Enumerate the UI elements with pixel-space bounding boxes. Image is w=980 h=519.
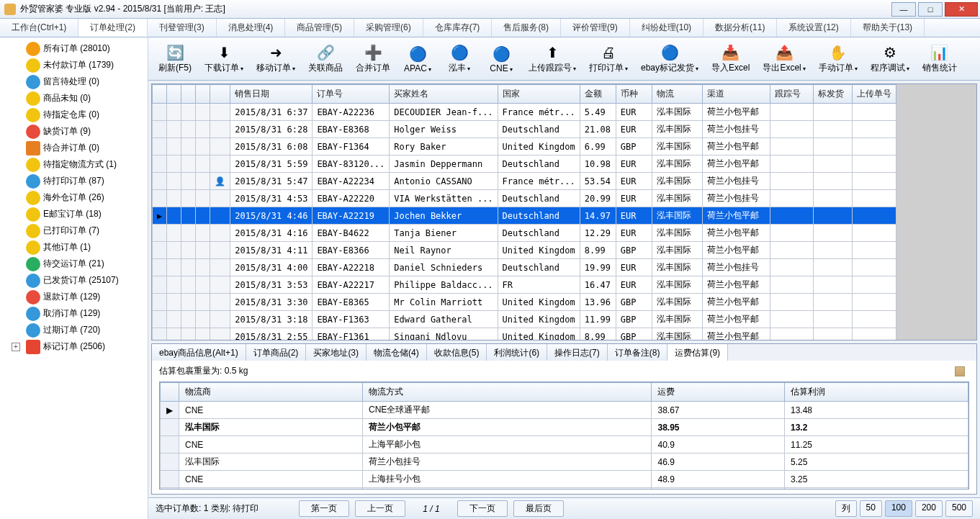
detail-tab[interactable]: 利润统计(6) xyxy=(487,344,547,361)
last-page-button[interactable]: 最后页 xyxy=(513,500,564,517)
grid-column-header[interactable]: 跟踪号 xyxy=(770,85,813,104)
toolbar-button[interactable]: ⚙程序调试▾ xyxy=(865,40,915,77)
ship-row[interactable]: 泓丰国际荷兰小包挂号46.95.25 xyxy=(161,453,968,471)
main-tab[interactable]: 售后服务(8) xyxy=(492,19,561,37)
toolbar-button[interactable]: 📊销售统计 xyxy=(917,40,963,77)
sidebar-item[interactable]: 已发货订单 (25107) xyxy=(0,272,148,289)
detail-tab[interactable]: 订单备注(8) xyxy=(608,344,668,361)
pagesize-500[interactable]: 500 xyxy=(945,500,973,517)
table-row[interactable]: 2015/8/31 6:37EBAY-A22236DECOUDIER Jean-… xyxy=(153,104,896,121)
table-row[interactable]: 2015/8/31 4:11EBAY-E8366Neil RaynorUnite… xyxy=(153,242,896,259)
sidebar-item[interactable]: 未付款订单 (1739) xyxy=(0,57,148,73)
ship-row[interactable]: ▶CNECNE全球通平邮38.6713.48 xyxy=(161,402,968,419)
main-tab[interactable]: 商品管理(5) xyxy=(285,19,354,37)
grid-column-header[interactable]: 国家 xyxy=(498,85,580,104)
toolbar-button[interactable]: 🔵泓丰▾ xyxy=(439,40,480,77)
detail-tab[interactable]: ebay商品信息(Alt+1) xyxy=(152,344,246,361)
main-tab[interactable]: 订单处理(2) xyxy=(78,19,148,37)
table-row[interactable]: 2015/8/31 4:53EBAY-A22220VIA Werkstätten… xyxy=(153,190,896,207)
grid-column-header[interactable]: 渠道 xyxy=(702,85,770,104)
table-row[interactable]: 2015/8/31 6:28EBAY-E8368Holger WeissDeut… xyxy=(153,121,896,138)
table-row[interactable]: 2015/8/31 2:55EBAY-F1361Singani NdlovuUn… xyxy=(153,328,896,340)
sidebar-item[interactable]: 海外仓订单 (26) xyxy=(0,189,148,206)
pagesize-50[interactable]: 50 xyxy=(860,500,882,517)
sidebar-item[interactable]: 待打印订单 (87) xyxy=(0,173,148,189)
sidebar-item[interactable]: 退款订单 (129) xyxy=(0,289,148,305)
toolbar-button[interactable]: ⬇下载订单▾ xyxy=(199,40,249,77)
pagesize-100[interactable]: 100 xyxy=(885,500,912,517)
main-tab[interactable]: 消息处理(4) xyxy=(217,19,286,37)
main-tab[interactable]: 评价管理(9) xyxy=(561,19,630,37)
sidebar-item[interactable]: 已打印订单 (7) xyxy=(0,222,148,239)
sidebar-item[interactable]: 缺货订单 (9) xyxy=(0,123,148,140)
grid-column-header[interactable]: 金额 xyxy=(580,85,616,104)
ship-row[interactable]: CNE上海挂号小包48.93.25 xyxy=(161,471,968,488)
maximize-button[interactable]: □ xyxy=(918,2,943,17)
sidebar-item[interactable]: E邮宝订单 (18) xyxy=(0,206,148,222)
table-row[interactable]: 👤2015/8/31 5:47EBAY-A22234Antonio CASSAN… xyxy=(153,173,896,190)
ship-row[interactable]: 泓丰国际荷兰小包平邮38.9513.2 xyxy=(161,419,968,436)
table-row[interactable]: 2015/8/31 3:53EBAY-A22217Philippe Baldac… xyxy=(153,276,896,294)
grid-column-header[interactable]: 标发货 xyxy=(813,85,852,104)
ship-column-header[interactable]: 估算利润 xyxy=(784,383,968,402)
table-row[interactable]: 2015/8/31 3:30EBAY-E8365Mr Colin Marriot… xyxy=(153,294,896,311)
sidebar-item[interactable]: +标记订单 (2506) xyxy=(0,338,148,355)
main-tab[interactable]: 刊登管理(3) xyxy=(148,19,217,37)
toolbar-button[interactable]: 📤导出Excel▾ xyxy=(757,40,811,77)
grid-column-header[interactable]: 销售日期 xyxy=(230,85,313,104)
sidebar-item[interactable]: 待指定仓库 (0) xyxy=(0,107,148,123)
detail-tab[interactable]: 运费估算(9) xyxy=(667,344,728,361)
main-tab[interactable]: 纠纷处理(10) xyxy=(630,19,703,37)
sidebar-item[interactable]: 待指定物流方式 (1) xyxy=(0,156,148,173)
grid-column-header[interactable]: 买家姓名 xyxy=(390,85,498,104)
main-tab[interactable]: 工作台(Ctrl+1) xyxy=(0,19,78,37)
detail-tab[interactable]: 操作日志(7) xyxy=(547,344,608,361)
first-page-button[interactable]: 第一页 xyxy=(299,500,349,517)
main-tab[interactable]: 仓库库存(7) xyxy=(423,19,493,37)
toolbar-button[interactable]: ✋手动订单▾ xyxy=(813,40,863,77)
grid-column-header[interactable]: 上传单号 xyxy=(852,85,896,104)
grid-column-header[interactable]: 订单号 xyxy=(313,85,390,104)
minimize-button[interactable]: — xyxy=(891,2,916,17)
sidebar-item[interactable]: 取消订单 (129) xyxy=(0,305,148,322)
pagesize-200[interactable]: 200 xyxy=(915,500,943,517)
ship-column-header[interactable]: 运费 xyxy=(652,383,785,402)
sidebar-item[interactable]: 所有订单 (28010) xyxy=(0,40,148,57)
toolbar-button[interactable]: ➕合并订单 xyxy=(350,40,396,77)
ship-column-header[interactable]: 物流方式 xyxy=(362,383,651,402)
ship-column-header[interactable]: 物流商 xyxy=(179,383,363,402)
table-row[interactable]: ▶2015/8/31 4:46EBAY-A22219Jochen BekkerD… xyxy=(153,207,896,225)
toolbar-button[interactable]: 🔗关联商品 xyxy=(302,40,349,77)
ship-row[interactable]: CNE上海平邮小包40.911.25 xyxy=(161,436,968,453)
sidebar-item[interactable]: 商品未知 (0) xyxy=(0,90,148,107)
book-icon[interactable] xyxy=(955,366,965,376)
table-row[interactable]: 2015/8/31 4:00EBAY-A22218Daniel Schniede… xyxy=(153,259,896,276)
toolbar-button[interactable]: ⬆上传跟踪号▾ xyxy=(523,40,582,77)
toolbar-button[interactable]: 🔵CNE▾ xyxy=(481,42,521,76)
toolbar-button[interactable]: 🔵ebay标记发货▾ xyxy=(635,40,704,77)
sidebar-item[interactable]: 待合并订单 (0) xyxy=(0,140,148,156)
table-row[interactable]: 2015/8/31 4:16EBAY-B4622Tanja BienerDeut… xyxy=(153,225,896,242)
detail-tab[interactable]: 收款信息(5) xyxy=(427,344,487,361)
table-row[interactable]: 2015/8/31 3:18EBAY-F1363Edward GatheralU… xyxy=(153,311,896,328)
list-button[interactable]: 列 xyxy=(835,500,857,517)
toolbar-button[interactable]: 🖨打印订单▾ xyxy=(583,40,634,77)
sidebar-item[interactable]: 留言待处理 (0) xyxy=(0,73,148,90)
grid-column-header[interactable]: 物流 xyxy=(652,85,702,104)
table-row[interactable]: 2015/8/31 6:08EBAY-F1364Rory BakerUnited… xyxy=(153,138,896,155)
main-tab[interactable]: 系统设置(12) xyxy=(777,19,850,37)
toolbar-button[interactable]: 🔄刷新(F5) xyxy=(153,40,197,77)
tree-expand-icon[interactable]: + xyxy=(12,343,20,351)
toolbar-button[interactable]: ➜移动订单▾ xyxy=(251,40,301,77)
toolbar-button[interactable]: 📥导入Excel xyxy=(706,40,755,77)
ship-row[interactable]: CNECNE全球通挂号49.772.38 xyxy=(161,488,968,490)
detail-tab[interactable]: 买家地址(3) xyxy=(306,344,367,361)
prev-page-button[interactable]: 上一页 xyxy=(355,500,405,517)
main-tab[interactable]: 采购管理(6) xyxy=(354,19,423,37)
sidebar-item[interactable]: 待交运订单 (21) xyxy=(0,256,148,272)
close-button[interactable]: ✕ xyxy=(945,2,978,17)
main-tab[interactable]: 帮助关于(13) xyxy=(851,19,925,37)
next-page-button[interactable]: 下一页 xyxy=(457,500,508,517)
detail-tab[interactable]: 物流仓储(4) xyxy=(367,344,427,361)
detail-tab[interactable]: 订单商品(2) xyxy=(246,344,307,361)
